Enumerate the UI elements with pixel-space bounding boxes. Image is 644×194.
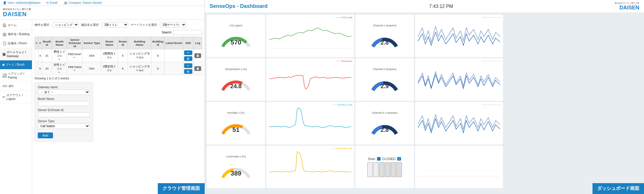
add-button[interactable]: Add [38,132,53,138]
sensor-id-field: Sensor EnOcean Id: [38,108,90,117]
search-input[interactable] [173,30,202,35]
sidebar-label-home: ホーム [8,23,17,27]
edit-button-row2[interactable]: ✏ [184,63,192,68]
col-log: Log [193,37,202,49]
cell-log: 📋 [193,49,202,62]
cell-room-name-2: 2階女性トイレ [101,62,118,75]
right-footer-label: ダッシュボード画面 [592,183,644,194]
cell-latest-event-2 [165,62,183,75]
door-status-text: CLOSED [382,157,395,161]
dashboard-title: SenseOps - Dashboard [210,3,268,9]
cell-num1 [35,49,38,62]
sidebar-item-building[interactable]: 🏢 物件名 / Building [0,30,32,39]
cell-edit: ✏ 🗑 [183,49,193,62]
gateway-field-select[interactable]: － 全て － [38,89,90,95]
sidebar-item-home[interactable]: 🏠 ホーム [0,21,32,30]
facility-select[interactable]: 2階トイレ [102,22,128,28]
dashboard-time: 7:43:12 PM [429,4,453,9]
sidebar-item-room[interactable]: 📋 設備名 / Room [0,39,32,48]
humidity-chart-legend: ─── Humidity-s-node [268,104,352,106]
channel3-gauge-card: Channel-3 x (ampere) 2.8 [355,102,414,144]
door-status: Door CLOSED 1 [368,157,401,161]
channel2-label: Channel-2 (ampere) [373,68,397,71]
col-num1: # [35,37,38,49]
col-room-name: RoomName [101,37,118,49]
humidity-line-chart [268,106,352,139]
luminosity-chart-legend: ─── Luminosity-s-node [268,147,352,149]
sidebar-label-booth: ブース / Booth [6,63,24,67]
company-info: 🏢 Company: Daisen Denshi [64,1,102,4]
channel1-gauge-card: Channel-1 (ampere) 2.8 [355,15,414,57]
edit-button-row1[interactable]: ✏ [184,50,192,55]
humidity-label: Humidity ± (%) [227,111,245,114]
channel2-line-chart [417,63,501,95]
home-icon: 🏠 [2,23,7,27]
showing-text: Showing 1 to 2 of 2 entries [35,77,202,80]
cell-room-name: 2階男性トイレ [101,49,118,62]
ch3-legend: ─── ─── ─── ─── [417,104,501,106]
logout-icon: ↩ [2,95,5,99]
cell-building-id: 5 [151,49,165,62]
door-seg-3 [379,162,384,177]
door-chart-svg [417,147,501,180]
delete-button-row2[interactable]: 🗑 [184,69,192,74]
channel1-gauge-svg: 2.8 [369,28,401,48]
user-label: User: onlyfortest@daisen [8,1,40,4]
sidebar-item-pairing[interactable]: 🔄 ペアリング / Pairing [0,69,32,82]
right-logo-main: DAISEN [619,5,639,11]
booth-name-field: Booth Name: [38,97,90,106]
company-label: Company: Daisen Denshi [68,1,102,4]
gateway-select[interactable]: 2階ゲートウェイ [160,22,186,28]
sidebar-item-booth[interactable]: ■ ブース / Booth [0,60,32,69]
sensor-type-field: Sensor Type: Call Switch [38,120,90,129]
facility-label: 施設名を選択: [81,23,100,27]
sidebar: 🏠 ホーム 🏢 物件名 / Building 📋 設備名 / Room ▣ ゲー… [0,20,32,194]
delete-button-row1[interactable]: 🗑 [184,56,192,61]
search-label: Search: [162,31,172,34]
channel1-line-chart [417,19,501,51]
cell-building-id-2: 5 [151,62,165,75]
table-row: 5 23 女性トイレ1✏ FEE72924✏ SSA 2階女性トイレ 6 ショッ… [35,62,202,75]
logo-area: 株式会社ダイセン電子工業 DAISEN [0,6,205,20]
temp-line-chart [268,63,352,95]
cell-booth-id-2: 23 [42,62,52,75]
top-bar: 👤 User: onlyfortest@daisen ✉ Email: 🏢 Co… [0,0,205,6]
room-icon: 📋 [2,41,7,45]
door-seg-5 [391,162,396,177]
cell-booth-id: 21 [42,49,52,62]
sensor-type-select[interactable]: Call Switch [38,123,90,129]
cell-num1-2 [35,62,38,75]
booth-name-input[interactable] [38,101,90,106]
dashboard-grid: CO₂ (ppm) 570 ─── CO2-s-node Channel-1 (… [205,13,644,194]
svg-text:51: 51 [232,126,239,133]
cell-sensor-id-2: FEE72924✏ [67,62,83,75]
sidebar-item-gateway-header: ▣ ゲートウェイ / Gateway [0,48,32,60]
luminosity-gauge-card: Luminosity ± (%) 389 [207,146,265,188]
booth-icon: ■ [2,63,4,67]
temp-chart-card: ─── Temperature [266,58,354,101]
humidity-gauge-card: Humidity ± (%) 51 [207,102,265,144]
cell-building-name-2: ショッピングモールA [128,62,151,75]
property-select[interactable]: ショッピングモ... [52,22,79,28]
left-footer-label: クラウド管理画面 [158,183,205,194]
log-button-row2[interactable]: 📋 [194,66,201,71]
cell-sensor-type-2: SSA [83,62,101,75]
filter-row: 物件を選択: ショッピングモ... 施設名を選択: 2階トイレ ゲートウェイを選… [35,22,202,28]
right-header: SenseOps - Dashboard 7:43:12 PM 株式会社ダイセン… [205,0,644,13]
cell-num2-2: 5 [38,62,42,75]
sidebar-label-api: API [8,85,13,88]
door-seg-4 [385,162,390,177]
sidebar-label-pairing: ペアリング / Pairing [8,72,30,79]
sensor-id-input[interactable] [38,112,90,117]
sidebar-label-gateway: ゲートウェイ / Gateway [7,50,30,58]
humidity-gauge-svg: 51 [220,115,252,135]
luminosity-line-chart [268,150,352,182]
col-building-name: BuildingName [128,37,151,49]
sidebar-item-logout[interactable]: ↩ ログアウト / Logout [0,91,32,103]
log-button-row1[interactable]: 📋 [194,53,201,58]
email-label: Email: [50,1,58,4]
cell-num2: 4 [38,49,42,62]
co2-gauge-card: CO₂ (ppm) 570 [207,15,265,57]
sidebar-item-api[interactable]: </> API [0,82,32,91]
svg-text:2.8: 2.8 [381,127,389,133]
